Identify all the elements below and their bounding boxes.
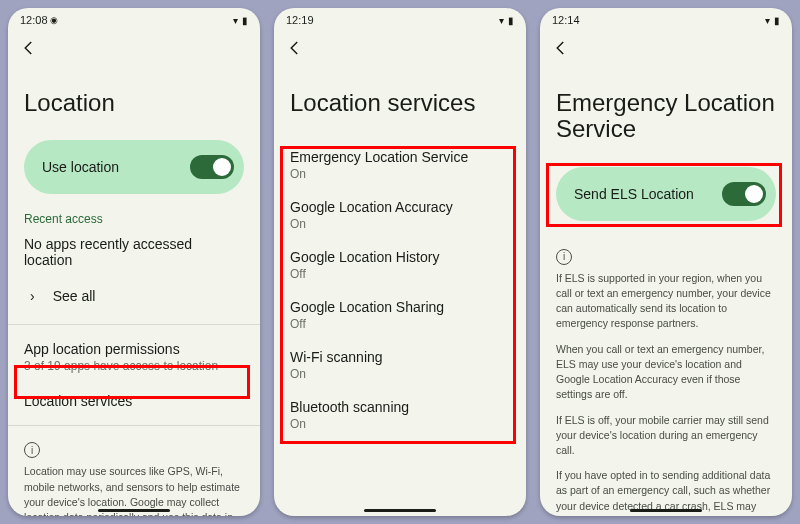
status-time: 12:14 xyxy=(552,14,580,26)
service-status: On xyxy=(290,167,510,181)
service-title: Google Location Accuracy xyxy=(290,199,510,215)
service-status: On xyxy=(290,217,510,231)
page-title: Location xyxy=(24,90,244,116)
wifi-icon: ▾ xyxy=(233,15,238,26)
service-row[interactable]: Google Location HistoryOff xyxy=(290,240,510,290)
info-icon: i xyxy=(556,249,572,265)
screen-location: 12:08 ◉ ▾ ▮ Location Use location Recent… xyxy=(8,8,260,516)
use-location-toggle-row[interactable]: Use location xyxy=(24,140,244,194)
service-title: Google Location History xyxy=(290,249,510,265)
page-title: Emergency Location Service xyxy=(556,90,776,143)
recent-access-label: Recent access xyxy=(24,212,244,226)
screen-location-services: 12:19 ▾ ▮ Location services Emergency Lo… xyxy=(274,8,526,516)
home-indicator[interactable] xyxy=(364,509,436,512)
back-button[interactable] xyxy=(20,39,38,61)
nav-bar xyxy=(274,32,526,68)
service-title: Bluetooth scanning xyxy=(290,399,510,415)
use-location-label: Use location xyxy=(42,159,119,175)
screen-els: 12:14 ▾ ▮ Emergency Location Service Sen… xyxy=(540,8,792,516)
send-els-label: Send ELS Location xyxy=(574,186,694,202)
nav-bar xyxy=(540,32,792,68)
els-paragraph-2: When you call or text an emergency numbe… xyxy=(556,342,776,403)
send-els-switch[interactable] xyxy=(722,182,766,206)
back-button[interactable] xyxy=(552,39,570,61)
service-row[interactable]: Bluetooth scanningOn xyxy=(290,390,510,440)
status-rec-icon: ◉ xyxy=(50,15,58,25)
els-paragraph-1: If ELS is supported in your region, when… xyxy=(556,271,776,332)
use-location-switch[interactable] xyxy=(190,155,234,179)
service-row[interactable]: Google Location SharingOff xyxy=(290,290,510,340)
battery-icon: ▮ xyxy=(774,15,780,26)
location-services-row[interactable]: Location services xyxy=(24,383,244,419)
status-bar: 12:08 ◉ ▾ ▮ xyxy=(8,8,260,32)
battery-icon: ▮ xyxy=(508,15,514,26)
app-perm-title: App location permissions xyxy=(24,341,244,357)
status-time: 12:08 xyxy=(20,14,48,26)
page-title: Location services xyxy=(290,90,510,116)
service-status: Off xyxy=(290,267,510,281)
see-all-label: See all xyxy=(53,288,96,304)
send-els-toggle-row[interactable]: Send ELS Location xyxy=(556,167,776,221)
app-location-permissions-row[interactable]: App location permissions 3 of 19 apps ha… xyxy=(24,331,244,383)
home-indicator[interactable] xyxy=(630,509,702,512)
service-status: Off xyxy=(290,317,510,331)
see-all-row[interactable]: › See all xyxy=(24,278,244,318)
nav-bar xyxy=(8,32,260,68)
app-perm-sub: 3 of 19 apps have access to location xyxy=(24,359,244,373)
battery-icon: ▮ xyxy=(242,15,248,26)
location-services-title: Location services xyxy=(24,393,244,409)
service-row[interactable]: Wi-Fi scanningOn xyxy=(290,340,510,390)
home-indicator[interactable] xyxy=(98,509,170,512)
service-title: Wi-Fi scanning xyxy=(290,349,510,365)
service-row[interactable]: Google Location AccuracyOn xyxy=(290,190,510,240)
info-icon: i xyxy=(24,442,40,458)
back-button[interactable] xyxy=(286,39,304,61)
wifi-icon: ▾ xyxy=(765,15,770,26)
status-time: 12:19 xyxy=(286,14,314,26)
no-apps-text: No apps recently accessed location xyxy=(24,236,244,268)
service-status: On xyxy=(290,417,510,431)
service-title: Emergency Location Service xyxy=(290,149,510,165)
els-paragraph-3: If ELS is off, your mobile carrier may s… xyxy=(556,413,776,459)
service-row[interactable]: Emergency Location ServiceOn xyxy=(290,140,510,190)
wifi-icon: ▾ xyxy=(499,15,504,26)
service-status: On xyxy=(290,367,510,381)
status-bar: 12:14 ▾ ▮ xyxy=(540,8,792,32)
status-bar: 12:19 ▾ ▮ xyxy=(274,8,526,32)
chevron-right-icon: › xyxy=(30,288,35,304)
service-title: Google Location Sharing xyxy=(290,299,510,315)
